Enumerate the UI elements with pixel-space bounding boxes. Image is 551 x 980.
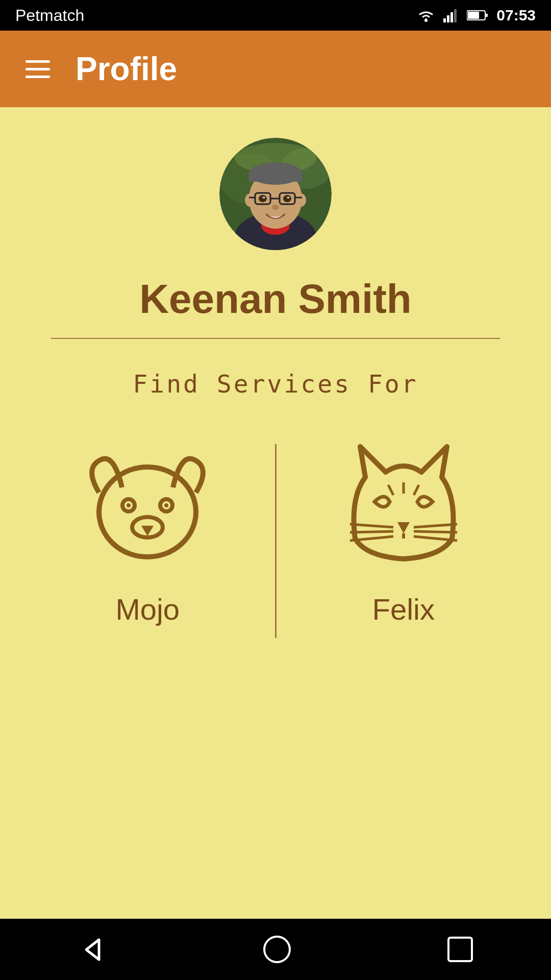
pet-item-mojo[interactable]: Mojo [20, 434, 275, 626]
user-name: Keenan Smith [139, 276, 411, 323]
svg-point-31 [99, 467, 196, 557]
signal-icon [443, 8, 459, 22]
cat-icon-container [327, 434, 480, 577]
wifi-icon [417, 8, 435, 22]
svg-point-30 [272, 205, 279, 210]
main-content: Keenan Smith Find Services For [0, 107, 551, 919]
pet-name-felix: Felix [372, 592, 435, 626]
name-divider [51, 338, 500, 339]
menu-button[interactable] [26, 60, 50, 78]
app-name: Petmatch [15, 6, 84, 25]
app-bar: Profile [0, 31, 551, 107]
cat-icon [330, 436, 478, 574]
svg-marker-47 [86, 940, 99, 960]
bottom-nav [0, 919, 551, 980]
svg-point-20 [296, 193, 306, 207]
svg-point-33 [127, 503, 131, 507]
svg-rect-18 [249, 173, 302, 182]
svg-rect-6 [485, 14, 488, 17]
pet-name-mojo: Mojo [115, 592, 180, 626]
svg-point-19 [245, 193, 255, 207]
find-services-label: Find Services For [133, 370, 418, 398]
status-bar-icons: 07:53 [417, 7, 536, 24]
svg-rect-2 [447, 15, 449, 22]
svg-rect-7 [468, 12, 479, 19]
home-button[interactable] [263, 936, 291, 963]
svg-rect-1 [443, 18, 446, 22]
time-display: 07:53 [496, 7, 536, 24]
dog-icon [73, 436, 221, 574]
svg-line-46 [414, 485, 419, 495]
battery-icon [467, 9, 488, 21]
svg-rect-4 [454, 9, 457, 22]
svg-point-0 [424, 19, 428, 22]
user-avatar[interactable] [219, 138, 332, 250]
svg-point-27 [283, 195, 291, 202]
status-bar: Petmatch 07:53 [0, 0, 551, 31]
svg-line-39 [350, 531, 393, 532]
svg-point-29 [287, 197, 290, 199]
pets-row: Mojo [20, 434, 531, 638]
svg-line-42 [414, 531, 457, 532]
pet-item-felix[interactable]: Felix [277, 434, 531, 626]
page-title: Profile [76, 50, 177, 88]
svg-point-26 [259, 195, 267, 202]
svg-point-35 [164, 503, 168, 507]
dog-icon-container [71, 434, 224, 577]
svg-rect-3 [450, 12, 453, 22]
back-button[interactable] [79, 936, 107, 964]
recents-button[interactable] [447, 937, 473, 962]
svg-line-44 [388, 485, 393, 495]
svg-point-28 [262, 197, 265, 199]
